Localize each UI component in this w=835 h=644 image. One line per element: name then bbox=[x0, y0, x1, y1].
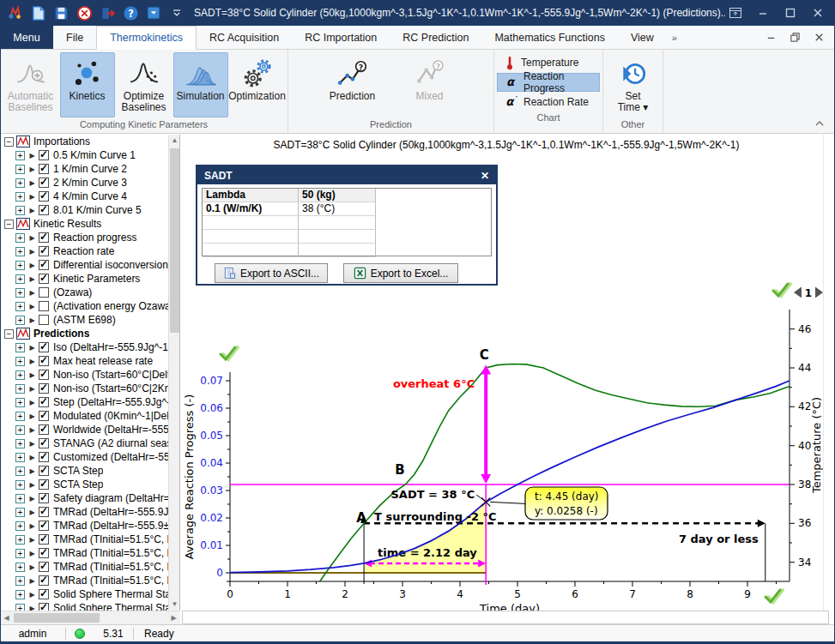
expand-box-icon[interactable]: + bbox=[15, 261, 25, 270]
tree-item[interactable]: +▶Worldwide (DeltaHr=-555 bbox=[0, 423, 168, 436]
tab-view[interactable]: View bbox=[618, 26, 667, 49]
expand-box-icon[interactable]: + bbox=[15, 439, 25, 448]
tree-item[interactable]: +▶(ASTM E698) bbox=[0, 313, 168, 327]
tree-item[interactable]: −Importations bbox=[0, 135, 168, 148]
item-checkbox[interactable] bbox=[39, 575, 49, 586]
tab-rc-acquisition[interactable]: RC Acquisition bbox=[197, 26, 292, 49]
tree-item[interactable]: +▶Iso (DeltaHr=-555.9Jg^-1) bbox=[0, 340, 168, 354]
item-checkbox[interactable] bbox=[39, 383, 49, 394]
expand-box-icon[interactable]: + bbox=[15, 549, 25, 558]
tree-item[interactable]: +▶TMRad (TInitial=51.5°C, D bbox=[0, 533, 168, 546]
ribbon-collapse-icon[interactable] bbox=[814, 118, 825, 130]
tree-item[interactable]: +▶SCTA Step bbox=[0, 478, 168, 491]
window-close-icon[interactable] bbox=[808, 4, 828, 21]
collapse-box-icon[interactable]: − bbox=[4, 220, 14, 229]
item-arrow-icon[interactable]: ▶ bbox=[27, 577, 37, 585]
item-checkbox[interactable] bbox=[39, 589, 49, 599]
dialog-close-icon[interactable]: ✕ bbox=[481, 170, 489, 182]
window-maximize-icon[interactable] bbox=[780, 4, 801, 21]
tree-item[interactable]: +▶Non-iso (Tstart=60°C|2Kn bbox=[0, 382, 168, 395]
tree-item[interactable]: +▶0.5 K/min Curve 1 bbox=[0, 148, 168, 162]
sadt-dialog[interactable]: SADT ✕ Lambda50 (kg)0.1 (W/m/K)38 (°C) E… bbox=[196, 165, 498, 286]
expand-box-icon[interactable]: + bbox=[15, 302, 25, 311]
item-arrow-icon[interactable]: ▶ bbox=[27, 275, 37, 283]
qat-panel-icon[interactable] bbox=[145, 4, 162, 21]
item-arrow-icon[interactable]: ▶ bbox=[27, 358, 37, 365]
item-arrow-icon[interactable]: ▶ bbox=[27, 303, 37, 310]
expand-box-icon[interactable]: + bbox=[15, 453, 25, 462]
tree-item[interactable]: +▶Reaction progress bbox=[0, 231, 168, 244]
tree-item[interactable]: +▶Solid Sphere Thermal Sta bbox=[0, 601, 168, 611]
tree-item[interactable]: +▶Differential isoconversiona bbox=[0, 258, 168, 272]
tree-item[interactable]: +▶Kinetic Parameters bbox=[0, 272, 168, 286]
vertical-scroll-thumb[interactable] bbox=[170, 148, 179, 333]
item-arrow-icon[interactable]: ▶ bbox=[27, 344, 37, 352]
item-arrow-icon[interactable]: ▶ bbox=[27, 262, 37, 269]
qat-exit-icon[interactable] bbox=[99, 4, 116, 21]
item-checkbox[interactable] bbox=[39, 493, 49, 503]
pager-next-icon[interactable] bbox=[815, 287, 823, 298]
qat-open-icon[interactable] bbox=[29, 4, 46, 21]
expand-box-icon[interactable]: + bbox=[15, 343, 25, 352]
scroll-down-icon[interactable]: ▼ bbox=[169, 599, 180, 611]
expand-box-icon[interactable]: + bbox=[15, 508, 25, 517]
item-arrow-icon[interactable]: ▶ bbox=[27, 481, 37, 489]
expand-box-icon[interactable]: + bbox=[15, 521, 25, 531]
item-arrow-icon[interactable]: ▶ bbox=[27, 509, 37, 516]
expand-box-icon[interactable]: + bbox=[15, 425, 25, 435]
item-checkbox[interactable] bbox=[39, 274, 49, 284]
expand-box-icon[interactable]: + bbox=[15, 576, 25, 586]
item-arrow-icon[interactable]: ▶ bbox=[27, 371, 37, 379]
expand-box-icon[interactable]: + bbox=[15, 316, 25, 325]
item-checkbox[interactable] bbox=[39, 370, 49, 380]
expand-box-icon[interactable]: + bbox=[15, 604, 25, 611]
item-checkbox[interactable] bbox=[39, 178, 49, 188]
tree-item[interactable]: +▶Solid Sphere Thermal Sta bbox=[0, 587, 168, 601]
item-checkbox[interactable] bbox=[39, 246, 49, 256]
qat-save-icon[interactable] bbox=[52, 4, 70, 21]
item-arrow-icon[interactable]: ▶ bbox=[27, 550, 37, 557]
horizontal-scroll-thumb[interactable] bbox=[14, 613, 100, 623]
scroll-left-icon[interactable]: ◀ bbox=[0, 611, 13, 624]
tab-menu[interactable]: Menu bbox=[0, 26, 53, 49]
collapse-box-icon[interactable]: − bbox=[4, 329, 14, 339]
optimize-baselines-button[interactable]: Optimize Baselines bbox=[117, 52, 172, 117]
expand-box-icon[interactable]: + bbox=[15, 398, 25, 407]
item-arrow-icon[interactable]: ▶ bbox=[27, 289, 37, 297]
mdi-minimize-icon[interactable] bbox=[763, 30, 778, 45]
item-checkbox[interactable] bbox=[39, 479, 49, 490]
item-arrow-icon[interactable]: ▶ bbox=[27, 495, 37, 503]
item-arrow-icon[interactable]: ▶ bbox=[27, 467, 37, 475]
item-checkbox[interactable] bbox=[39, 150, 49, 160]
item-arrow-icon[interactable]: ▶ bbox=[27, 248, 37, 256]
item-arrow-icon[interactable]: ▶ bbox=[27, 440, 37, 448]
tree-item[interactable]: +▶TMRad (DeltaHr=-555.9Jg bbox=[0, 505, 168, 519]
item-checkbox[interactable] bbox=[39, 356, 49, 366]
scroll-right-icon[interactable]: ▶ bbox=[167, 611, 180, 624]
item-checkbox[interactable] bbox=[39, 315, 49, 325]
tab-mathematics-functions[interactable]: Mathematics Functions bbox=[481, 26, 618, 49]
item-arrow-icon[interactable]: ▶ bbox=[27, 207, 37, 214]
tab-file[interactable]: File bbox=[53, 26, 96, 49]
expand-box-icon[interactable]: + bbox=[15, 370, 25, 380]
expand-box-icon[interactable]: + bbox=[15, 151, 25, 160]
mdi-restore-icon[interactable] bbox=[787, 30, 802, 45]
item-arrow-icon[interactable]: ▶ bbox=[27, 385, 37, 393]
pager-prev-icon[interactable] bbox=[794, 287, 802, 298]
item-checkbox[interactable] bbox=[39, 452, 49, 462]
item-arrow-icon[interactable]: ▶ bbox=[27, 426, 37, 434]
tree-item[interactable]: +▶TMRad (TInitial=51.5°C, D bbox=[0, 546, 168, 560]
tree-item[interactable]: +▶8.01 K/min Curve 5 bbox=[0, 203, 168, 217]
window-minimize-icon[interactable] bbox=[753, 4, 773, 21]
expand-box-icon[interactable]: + bbox=[15, 494, 25, 503]
tab-rc-importation[interactable]: RC Importation bbox=[292, 26, 390, 49]
item-checkbox[interactable] bbox=[39, 548, 49, 558]
item-arrow-icon[interactable]: ▶ bbox=[27, 412, 37, 420]
item-arrow-icon[interactable]: ▶ bbox=[27, 536, 37, 544]
item-arrow-icon[interactable]: ▶ bbox=[27, 522, 37, 530]
qat-cancel-icon[interactable] bbox=[76, 4, 93, 21]
tree-item[interactable]: +▶Max heat release rate bbox=[0, 354, 168, 368]
item-checkbox[interactable] bbox=[39, 232, 49, 243]
tab-thermokinetics[interactable]: Thermokinetics bbox=[96, 26, 197, 50]
tree-item[interactable]: +▶TMRad (TInitial=51.5°C, D bbox=[0, 560, 168, 574]
